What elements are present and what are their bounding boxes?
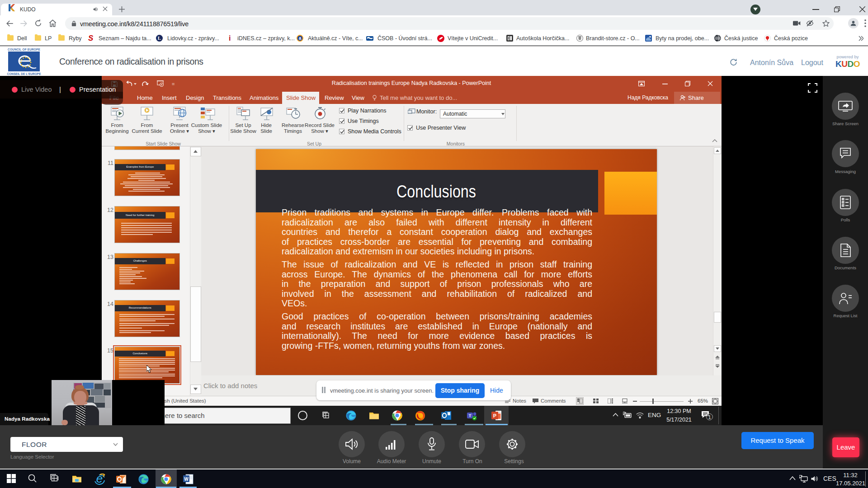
svg-text:W: W bbox=[184, 477, 189, 482]
svg-text:T: T bbox=[469, 413, 472, 418]
svg-text:P: P bbox=[493, 413, 496, 418]
svg-text:CSOB: CSOB bbox=[367, 39, 373, 41]
